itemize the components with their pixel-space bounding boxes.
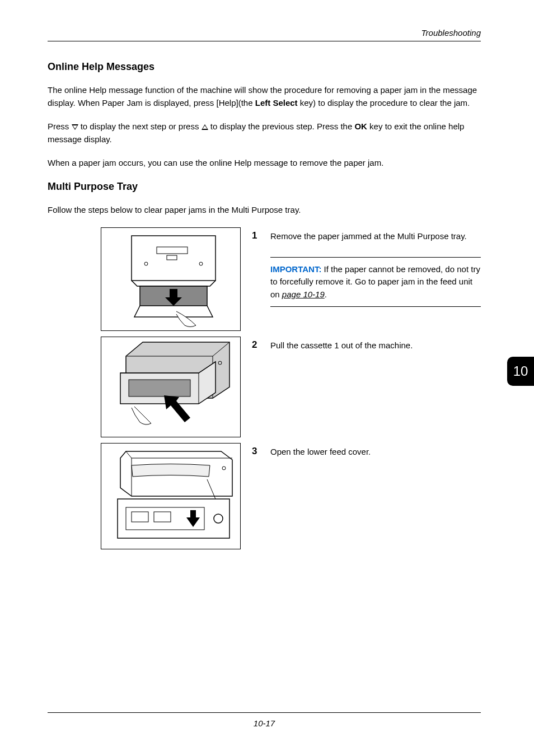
page-number: 10-17 <box>48 712 481 728</box>
chapter-tab: 10 <box>507 357 534 386</box>
svg-rect-7 <box>129 380 190 396</box>
step-number: 3 <box>252 446 260 459</box>
svg-point-4 <box>144 262 148 265</box>
svg-rect-12 <box>154 512 171 522</box>
para-online-help-3: When a paper jam occurs, you can use the… <box>48 157 481 170</box>
triangle-up-icon <box>202 124 208 130</box>
svg-point-13 <box>214 514 223 523</box>
svg-rect-9 <box>118 499 229 538</box>
para-online-help-1: The online Help message function of the … <box>48 84 481 109</box>
step-number: 2 <box>252 339 260 352</box>
step-text: Pull the cassette 1 out of the machine. <box>270 339 413 352</box>
illustration-step-3 <box>101 443 241 549</box>
illustration-step-2 <box>101 337 241 437</box>
important-note: IMPORTANT: If the paper cannot be remove… <box>270 257 481 307</box>
heading-online-help: Online Help Messages <box>48 61 481 73</box>
step-row-2: 2 Pull the cassette 1 out of the machine… <box>48 337 481 437</box>
header-section-title: Troubleshooting <box>48 28 481 41</box>
illustration-step-1 <box>101 227 241 331</box>
svg-rect-1 <box>157 247 188 254</box>
svg-point-5 <box>199 262 203 265</box>
svg-rect-11 <box>132 512 148 522</box>
step-row-1: 1 Remove the paper jammed at the Multi P… <box>48 227 481 331</box>
svg-rect-2 <box>167 255 177 260</box>
step-text: Remove the paper jammed at the Multi Pur… <box>270 230 481 243</box>
page-link[interactable]: page 10-19 <box>282 290 325 299</box>
step-row-3: 3 Open the lower feed cover. <box>48 443 481 549</box>
step-number: 1 <box>252 230 260 307</box>
heading-multi-purpose: Multi Purpose Tray <box>48 181 481 193</box>
para-multi-purpose-intro: Follow the steps below to clear paper ja… <box>48 204 481 217</box>
svg-rect-0 <box>132 236 216 281</box>
triangle-down-icon <box>72 124 78 130</box>
para-online-help-2: Press to display the next step or press … <box>48 120 481 146</box>
svg-point-8 <box>222 466 226 470</box>
step-text: Open the lower feed cover. <box>270 446 371 459</box>
